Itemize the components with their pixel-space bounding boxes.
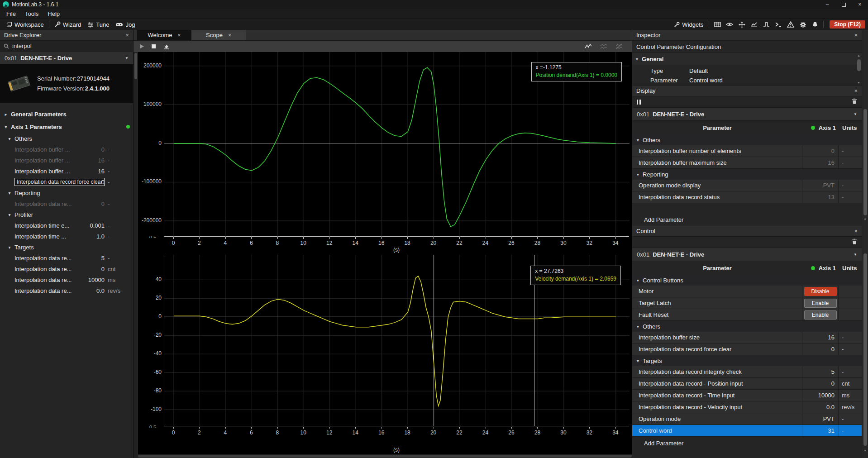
tree-param-interpolation-time-e[interactable]: Interpolation time e...0.001- (0, 220, 133, 231)
velocity-demand-chart[interactable]: 40200-20-40-60-80-1000.5 x = 27.7263Velo… (138, 255, 632, 458)
signal-button[interactable] (760, 19, 772, 29)
stop-button[interactable]: Stop (F12) (830, 20, 865, 29)
inspector-scrollbar[interactable]: ▼ ▼ (862, 30, 868, 458)
motor-disable-button[interactable]: Disable (804, 287, 837, 296)
tree-param-interpolation-data-re[interactable]: Interpolation data re...0.0rev/s (0, 285, 133, 296)
plot-area[interactable]: x = 27.7263Velocity demand(Axis 1) =-2.0… (164, 255, 629, 426)
param-value[interactable]: 5 (802, 366, 839, 377)
tree-param-interpolation-data-re[interactable]: Interpolation data re...0cnt (0, 263, 133, 274)
param-value[interactable]: 31 (802, 425, 839, 436)
param-row-control-word[interactable]: Control word31- (632, 425, 862, 437)
param-row-interpolation-data-record-status[interactable]: Interpolation data record status13- (632, 191, 862, 203)
param-row-operation-mode-display[interactable]: Operation mode displayPVT- (632, 180, 862, 191)
tree-param-interpolation-buffer[interactable]: Interpolation buffer ...16- (0, 155, 133, 166)
param-row-interpolation-buffer-number-of-elements[interactable]: Interpolation buffer number of elements0… (632, 145, 862, 157)
param-row-interpolation-data-record-integrity-check[interactable]: Interpolation data record integrity chec… (632, 366, 862, 378)
param-row-interpolation-data-record-velocity-input[interactable]: Interpolation data record - Velocity inp… (632, 401, 862, 413)
tree-param-interpolation-data-re[interactable]: Interpolation data re...0- (0, 198, 133, 209)
param-row-interpolation-buffer-size[interactable]: Interpolation buffer size16- (632, 332, 862, 344)
trash-icon[interactable] (852, 98, 857, 105)
general-row-value[interactable]: Control word (689, 76, 723, 84)
general-row-value[interactable]: Default (689, 67, 708, 74)
param-row-interpolation-buffer-maximum-size[interactable]: Interpolation buffer maximum size16- (632, 157, 862, 169)
group-others[interactable]: ▾Others (632, 134, 862, 145)
scrollbar-thumb[interactable] (863, 253, 867, 446)
group-reporting[interactable]: ▾Reporting (632, 169, 862, 180)
jog-button[interactable]: Jog (112, 19, 138, 29)
tree-param-interpolation-buffer[interactable]: Interpolation buffer ...0- (0, 144, 133, 155)
play-icon[interactable] (139, 43, 144, 49)
watch-button[interactable] (724, 19, 735, 29)
close-button[interactable]: × (852, 0, 868, 9)
param-value[interactable]: 16 (802, 332, 839, 343)
minimize-button[interactable]: – (819, 0, 835, 9)
scroll-up-icon[interactable]: ▲ (856, 54, 862, 57)
param-row-operation-mode[interactable]: Operation modePVT- (632, 413, 862, 425)
tree-param-interpolation-data-record-force-clear[interactable]: Interpolation data record force clear0- (0, 177, 133, 187)
param-value[interactable]: 0 (802, 378, 839, 389)
stop-icon[interactable] (151, 44, 156, 49)
tree-node-targets[interactable]: ▾Targets (0, 242, 133, 253)
wizard-button[interactable]: Wizard (51, 19, 84, 29)
group-others[interactable]: ▾Others (632, 321, 862, 332)
tree-param-interpolation-buffer[interactable]: Interpolation buffer ...16- (0, 166, 133, 177)
group-targets[interactable]: ▾Targets (632, 355, 862, 366)
param-row-interpolation-data-record-force-clear[interactable]: Interpolation data record force clear0- (632, 344, 862, 355)
general-group-header[interactable]: ▾ General (632, 53, 862, 65)
tree-node-profiler[interactable]: ▾Profiler (0, 209, 133, 220)
widgets-button[interactable]: Widgets (671, 19, 706, 29)
trash-icon[interactable] (852, 239, 857, 246)
section-device-selector[interactable]: 0x01DEN-NET-E - Drive▼ (632, 107, 862, 121)
param-value[interactable]: 10000 (802, 390, 839, 401)
param-row-interpolation-data-record-time-input[interactable]: Interpolation data record - Time input10… (632, 390, 862, 401)
section-device-selector[interactable]: 0x01DEN-NET-E - Drive▼ (632, 248, 862, 261)
param-value[interactable]: PVT (802, 180, 839, 191)
alerts-button[interactable] (785, 19, 796, 29)
charts-horizontal-scrollbar[interactable] (138, 454, 632, 458)
tab-welcome[interactable]: Welcome × (137, 30, 191, 40)
param-row-motor[interactable]: MotorDisable (632, 286, 862, 297)
multi-signal-off-icon[interactable] (615, 43, 623, 49)
tab-close-icon[interactable]: × (228, 32, 231, 38)
tab-scope[interactable]: Scope × (191, 30, 246, 40)
param-value[interactable]: 13 (802, 191, 839, 203)
group-control-buttons[interactable]: ▾Control Buttons (632, 275, 862, 286)
scrollbar-thumb[interactable] (134, 53, 137, 79)
param-value[interactable]: 0 (802, 344, 839, 355)
tree-node-axis-1-parameters[interactable]: ▾Axis 1 Parameters (0, 120, 133, 133)
param-row-target-latch[interactable]: Target LatchEnable (632, 297, 862, 309)
close-section-icon[interactable]: × (854, 228, 858, 234)
add-parameter-button[interactable]: Add Parameter (632, 213, 862, 226)
tree-node-others[interactable]: ▾Others (0, 133, 133, 144)
menu-tools[interactable]: Tools (20, 10, 43, 17)
console-button[interactable] (773, 19, 784, 29)
menu-file[interactable]: File (2, 10, 20, 17)
charts-vertical-scrollbar[interactable] (134, 52, 138, 458)
tree-param-interpolation-time[interactable]: Interpolation time ...1.0- (0, 231, 133, 242)
tree-node-general-parameters[interactable]: ▸General Parameters (0, 108, 133, 120)
param-value[interactable]: 16 (802, 157, 839, 168)
scope-button[interactable] (748, 19, 760, 29)
notifications-button[interactable] (809, 19, 821, 29)
add-parameter-button[interactable]: Add Parameter (632, 437, 862, 449)
param-value[interactable]: 0.0 (802, 401, 839, 413)
scroll-down-icon[interactable]: ▼ (862, 218, 868, 221)
multi-signal-icon[interactable] (600, 43, 607, 49)
position-demand-chart[interactable]: 2000001000000-100000-2000000.5 x =-1.127… (138, 52, 632, 255)
pause-icon[interactable] (637, 100, 641, 105)
general-scrollbar[interactable]: ▲ ▼ (856, 53, 862, 85)
param-value[interactable]: 0 (802, 145, 839, 157)
scrollbar-thumb[interactable] (863, 109, 867, 215)
tree-param-interpolation-data-re[interactable]: Interpolation data re...10000ms (0, 274, 133, 285)
search-input[interactable] (12, 43, 103, 49)
scroll-down-icon[interactable]: ▼ (856, 81, 862, 84)
signal-view-icon[interactable] (585, 43, 592, 49)
maximize-button[interactable] (835, 0, 852, 9)
param-row-fault-reset[interactable]: Fault ResetEnable (632, 309, 862, 321)
tune-button[interactable]: Tune (84, 19, 112, 29)
target-latch-enable-button[interactable]: Enable (804, 299, 837, 308)
scroll-down-icon[interactable]: ▼ (862, 449, 868, 452)
close-panel-icon[interactable]: × (125, 32, 129, 38)
tab-close-icon[interactable]: × (177, 32, 181, 38)
tree-node-reporting[interactable]: ▾Reporting (0, 187, 133, 198)
